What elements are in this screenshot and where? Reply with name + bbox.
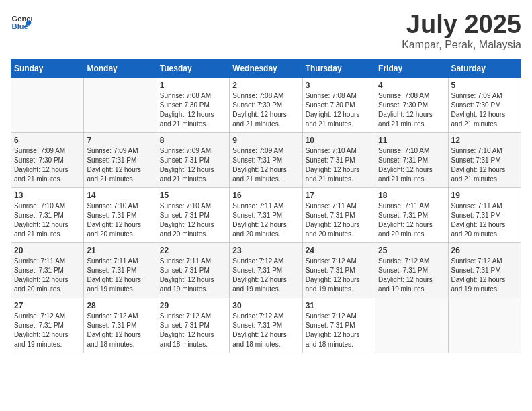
day-info: Sunrise: 7:11 AM Sunset: 7:31 PM Dayligh…	[306, 201, 372, 239]
day-number: 2	[232, 81, 299, 90]
day-info: Sunrise: 7:12 AM Sunset: 7:31 PM Dayligh…	[14, 312, 81, 349]
day-number: 25	[378, 246, 445, 255]
calendar-cell: 14Sunrise: 7:10 AM Sunset: 7:31 PM Dayli…	[84, 187, 157, 242]
day-info: Sunrise: 7:10 AM Sunset: 7:31 PM Dayligh…	[160, 201, 226, 239]
calendar-week-3: 13Sunrise: 7:10 AM Sunset: 7:31 PM Dayli…	[11, 187, 521, 242]
calendar-cell: 26Sunrise: 7:12 AM Sunset: 7:31 PM Dayli…	[448, 242, 521, 298]
calendar-cell: 8Sunrise: 7:09 AM Sunset: 7:31 PM Daylig…	[157, 132, 229, 187]
day-number: 18	[378, 191, 445, 200]
day-number: 30	[232, 301, 299, 310]
day-number: 16	[232, 191, 299, 200]
day-number: 24	[306, 246, 372, 255]
calendar-cell	[11, 77, 84, 132]
calendar-cell: 22Sunrise: 7:11 AM Sunset: 7:31 PM Dayli…	[157, 242, 229, 298]
calendar-cell: 16Sunrise: 7:11 AM Sunset: 7:31 PM Dayli…	[230, 187, 302, 242]
day-info: Sunrise: 7:09 AM Sunset: 7:31 PM Dayligh…	[160, 146, 226, 184]
calendar-cell	[448, 298, 521, 353]
calendar-cell: 15Sunrise: 7:10 AM Sunset: 7:31 PM Dayli…	[157, 187, 229, 242]
calendar-cell: 20Sunrise: 7:11 AM Sunset: 7:31 PM Dayli…	[11, 242, 84, 298]
calendar-cell: 1Sunrise: 7:08 AM Sunset: 7:30 PM Daylig…	[157, 77, 229, 132]
col-thursday: Thursday	[302, 59, 375, 77]
day-number: 3	[306, 81, 372, 90]
calendar-cell: 4Sunrise: 7:08 AM Sunset: 7:30 PM Daylig…	[375, 77, 448, 132]
day-number: 11	[378, 136, 445, 145]
day-number: 1	[160, 81, 226, 90]
day-number: 17	[306, 191, 372, 200]
calendar-cell: 5Sunrise: 7:09 AM Sunset: 7:30 PM Daylig…	[448, 77, 521, 132]
calendar-table: Sunday Monday Tuesday Wednesday Thursday…	[11, 59, 521, 353]
day-info: Sunrise: 7:12 AM Sunset: 7:31 PM Dayligh…	[232, 257, 299, 294]
calendar-cell: 27Sunrise: 7:12 AM Sunset: 7:31 PM Dayli…	[11, 298, 84, 353]
day-info: Sunrise: 7:11 AM Sunset: 7:31 PM Dayligh…	[451, 201, 518, 239]
logo: General Blue	[11, 11, 32, 32]
day-info: Sunrise: 7:11 AM Sunset: 7:31 PM Dayligh…	[378, 201, 445, 239]
day-info: Sunrise: 7:10 AM Sunset: 7:31 PM Dayligh…	[451, 146, 518, 184]
calendar-cell: 13Sunrise: 7:10 AM Sunset: 7:31 PM Dayli…	[11, 187, 84, 242]
col-tuesday: Tuesday	[157, 59, 229, 77]
subtitle: Kampar, Perak, Malaysia	[402, 39, 521, 51]
calendar-cell: 31Sunrise: 7:12 AM Sunset: 7:31 PM Dayli…	[302, 298, 375, 353]
calendar-cell: 11Sunrise: 7:10 AM Sunset: 7:31 PM Dayli…	[375, 132, 448, 187]
day-number: 26	[451, 246, 518, 255]
calendar-cell: 25Sunrise: 7:12 AM Sunset: 7:31 PM Dayli…	[375, 242, 448, 298]
main-title: July 2025	[402, 11, 521, 39]
day-number: 27	[14, 301, 81, 310]
day-info: Sunrise: 7:11 AM Sunset: 7:31 PM Dayligh…	[160, 257, 226, 294]
day-info: Sunrise: 7:12 AM Sunset: 7:31 PM Dayligh…	[87, 312, 153, 349]
calendar-cell: 10Sunrise: 7:10 AM Sunset: 7:31 PM Dayli…	[302, 132, 375, 187]
day-info: Sunrise: 7:12 AM Sunset: 7:31 PM Dayligh…	[306, 312, 372, 349]
col-friday: Friday	[375, 59, 448, 77]
calendar-week-4: 20Sunrise: 7:11 AM Sunset: 7:31 PM Dayli…	[11, 242, 521, 298]
logo-icon: General Blue	[11, 11, 32, 32]
calendar-cell: 28Sunrise: 7:12 AM Sunset: 7:31 PM Dayli…	[84, 298, 157, 353]
col-wednesday: Wednesday	[230, 59, 302, 77]
calendar-cell: 21Sunrise: 7:11 AM Sunset: 7:31 PM Dayli…	[84, 242, 157, 298]
day-number: 13	[14, 191, 81, 200]
day-number: 19	[451, 191, 518, 200]
day-number: 23	[232, 246, 299, 255]
day-info: Sunrise: 7:11 AM Sunset: 7:31 PM Dayligh…	[232, 201, 299, 239]
day-number: 4	[378, 81, 445, 90]
day-number: 10	[306, 136, 372, 145]
day-info: Sunrise: 7:09 AM Sunset: 7:30 PM Dayligh…	[451, 91, 518, 129]
calendar-week-5: 27Sunrise: 7:12 AM Sunset: 7:31 PM Dayli…	[11, 298, 521, 353]
calendar-cell: 6Sunrise: 7:09 AM Sunset: 7:30 PM Daylig…	[11, 132, 84, 187]
day-info: Sunrise: 7:11 AM Sunset: 7:31 PM Dayligh…	[14, 257, 81, 294]
day-info: Sunrise: 7:08 AM Sunset: 7:30 PM Dayligh…	[160, 91, 226, 129]
header-row: Sunday Monday Tuesday Wednesday Thursday…	[11, 59, 521, 77]
day-number: 22	[160, 246, 226, 255]
calendar-cell: 18Sunrise: 7:11 AM Sunset: 7:31 PM Dayli…	[375, 187, 448, 242]
day-number: 14	[87, 191, 153, 200]
day-info: Sunrise: 7:10 AM Sunset: 7:31 PM Dayligh…	[14, 201, 81, 239]
day-info: Sunrise: 7:09 AM Sunset: 7:30 PM Dayligh…	[14, 146, 81, 184]
day-info: Sunrise: 7:10 AM Sunset: 7:31 PM Dayligh…	[87, 201, 153, 239]
calendar-cell	[84, 77, 157, 132]
day-number: 7	[87, 136, 153, 145]
day-info: Sunrise: 7:12 AM Sunset: 7:31 PM Dayligh…	[160, 312, 226, 349]
day-number: 15	[160, 191, 226, 200]
calendar-week-2: 6Sunrise: 7:09 AM Sunset: 7:30 PM Daylig…	[11, 132, 521, 187]
calendar-cell: 7Sunrise: 7:09 AM Sunset: 7:31 PM Daylig…	[84, 132, 157, 187]
day-info: Sunrise: 7:12 AM Sunset: 7:31 PM Dayligh…	[306, 257, 372, 294]
day-info: Sunrise: 7:12 AM Sunset: 7:31 PM Dayligh…	[378, 257, 445, 294]
calendar-week-1: 1Sunrise: 7:08 AM Sunset: 7:30 PM Daylig…	[11, 77, 521, 132]
day-number: 31	[306, 301, 372, 310]
day-info: Sunrise: 7:09 AM Sunset: 7:31 PM Dayligh…	[232, 146, 299, 184]
calendar-cell: 19Sunrise: 7:11 AM Sunset: 7:31 PM Dayli…	[448, 187, 521, 242]
day-number: 21	[87, 246, 153, 255]
page-header: General Blue July 2025 Kampar, Perak, Ma…	[11, 11, 521, 51]
day-info: Sunrise: 7:09 AM Sunset: 7:31 PM Dayligh…	[87, 146, 153, 184]
calendar-cell: 9Sunrise: 7:09 AM Sunset: 7:31 PM Daylig…	[230, 132, 302, 187]
day-info: Sunrise: 7:10 AM Sunset: 7:31 PM Dayligh…	[378, 146, 445, 184]
calendar-cell: 23Sunrise: 7:12 AM Sunset: 7:31 PM Dayli…	[230, 242, 302, 298]
day-number: 6	[14, 136, 81, 145]
day-info: Sunrise: 7:11 AM Sunset: 7:31 PM Dayligh…	[87, 257, 153, 294]
day-info: Sunrise: 7:08 AM Sunset: 7:30 PM Dayligh…	[232, 91, 299, 129]
col-monday: Monday	[84, 59, 157, 77]
day-number: 8	[160, 136, 226, 145]
day-info: Sunrise: 7:12 AM Sunset: 7:31 PM Dayligh…	[451, 257, 518, 294]
calendar-cell: 2Sunrise: 7:08 AM Sunset: 7:30 PM Daylig…	[230, 77, 302, 132]
calendar-cell: 12Sunrise: 7:10 AM Sunset: 7:31 PM Dayli…	[448, 132, 521, 187]
day-info: Sunrise: 7:08 AM Sunset: 7:30 PM Dayligh…	[306, 91, 372, 129]
day-number: 29	[160, 301, 226, 310]
